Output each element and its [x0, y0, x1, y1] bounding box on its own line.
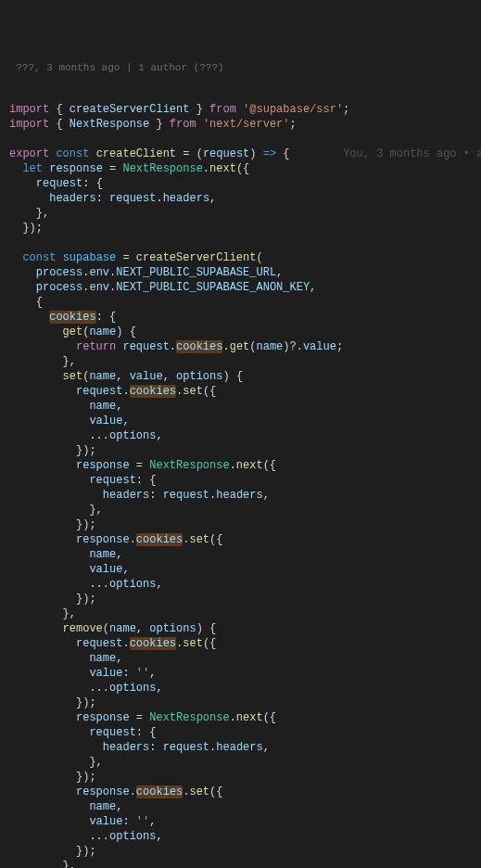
- code-line: name,: [9, 400, 122, 413]
- code-line: ...options,: [9, 578, 163, 591]
- blank-line: [9, 133, 16, 146]
- code-line: },: [9, 355, 76, 368]
- code-line: import { NextResponse } from 'next/serve…: [9, 118, 297, 131]
- code-line: request.cookies.set({: [9, 637, 216, 650]
- code-line: ...options,: [9, 429, 163, 442]
- code-line: response.cookies.set({: [9, 785, 222, 798]
- code-line: value: '',: [9, 667, 156, 680]
- code-line: get(name) {: [9, 326, 136, 338]
- code-editor[interactable]: import { createServerClient } from '@sup…: [0, 87, 481, 868]
- code-line: });: [9, 696, 96, 709]
- code-line: });: [9, 593, 96, 606]
- code-line: headers: request.headers,: [9, 741, 270, 754]
- code-line: headers: request.headers,: [9, 489, 270, 502]
- code-line: },: [9, 860, 76, 868]
- code-line: request: {: [9, 177, 103, 190]
- code-line: export const createClient = (request) =>…: [9, 147, 481, 160]
- code-line: });: [9, 845, 96, 858]
- code-line: remove(name, options) {: [9, 622, 216, 635]
- code-line: },: [9, 756, 103, 769]
- code-line: let response = NextResponse.next({: [9, 162, 249, 175]
- code-line: response.cookies.set({: [9, 533, 222, 546]
- code-line: request.cookies.set({: [9, 385, 216, 398]
- code-line: response = NextResponse.next({: [9, 711, 276, 724]
- code-line: set(name, value, options) {: [9, 370, 243, 383]
- code-line: headers: request.headers,: [9, 192, 216, 205]
- code-line: },: [9, 207, 49, 220]
- code-line: return request.cookies.get(name)?.value;: [9, 340, 343, 353]
- code-line: value,: [9, 415, 130, 428]
- code-line: request: {: [9, 474, 156, 487]
- highlighted-token: cookies: [49, 311, 95, 324]
- code-line: {: [9, 296, 43, 309]
- code-line: });: [9, 222, 43, 235]
- code-line: const supabase = createServerClient(: [9, 251, 263, 264]
- code-line: });: [9, 444, 96, 457]
- code-line: process.env.NEXT_PUBLIC_SUPABASE_URL,: [9, 266, 283, 279]
- code-line: response = NextResponse.next({: [9, 459, 276, 472]
- code-line: request: {: [9, 726, 156, 739]
- code-line: ...options,: [9, 682, 163, 695]
- code-line: name,: [9, 652, 122, 665]
- code-line: value,: [9, 563, 130, 576]
- code-line: process.env.NEXT_PUBLIC_SUPABASE_ANON_KE…: [9, 281, 316, 294]
- gitlens-inline-blame: You, 3 months ago • auth apis n: [343, 147, 481, 160]
- code-line: cookies: {: [9, 311, 116, 324]
- code-line: },: [9, 504, 103, 517]
- blank-line: [9, 236, 16, 249]
- code-line: });: [9, 771, 96, 784]
- code-line: ...options,: [9, 830, 163, 843]
- code-line: name,: [9, 548, 122, 561]
- code-line: },: [9, 607, 76, 620]
- code-line: import { createServerClient } from '@sup…: [9, 103, 349, 116]
- code-line: value: '',: [9, 815, 156, 828]
- code-line: name,: [9, 800, 122, 813]
- gitlens-top-annotation: ???, 3 months ago | 1 author (???): [0, 59, 481, 72]
- code-line: });: [9, 518, 96, 531]
